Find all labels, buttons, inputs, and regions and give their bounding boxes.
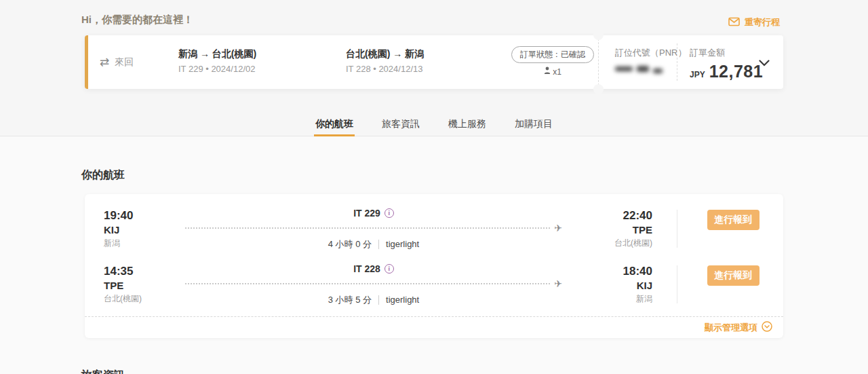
tab-addons[interactable]: 加購項目 bbox=[513, 114, 554, 136]
fare-brand: tigerlight bbox=[386, 295, 419, 305]
flight-row-outbound: 19:40 KIJ 新潟 IT 229 i ✈ 4 小時 0 分 tigerli… bbox=[85, 201, 783, 257]
segment-detail: IT 228 • 2024/12/13 bbox=[346, 64, 424, 74]
redaction-blob bbox=[653, 69, 663, 73]
arrival-city: 新潟 bbox=[581, 293, 652, 305]
flight-number: IT 229 bbox=[353, 208, 380, 219]
segment-return: 台北(桃園) → 新潟 IT 228 • 2024/12/13 bbox=[346, 48, 424, 74]
departure-block: 14:35 TPE 台北(桃園) bbox=[85, 265, 173, 305]
checkin-button[interactable]: 進行報到 bbox=[707, 210, 760, 230]
info-icon[interactable]: i bbox=[384, 264, 394, 274]
booking-summary-bar: ⇄ 來回 新潟 → 台北(桃園) IT 229 • 2024/12/02 台北(… bbox=[85, 35, 783, 89]
airplane-icon: ✈ bbox=[554, 278, 562, 289]
flights-section-title: 你的航班 bbox=[81, 168, 125, 183]
arrival-airport-code: KIJ bbox=[581, 280, 652, 291]
swap-arrows-icon: ⇄ bbox=[100, 55, 109, 69]
departure-block: 19:40 KIJ 新潟 bbox=[85, 209, 173, 249]
section-tabs: 你的航班 旅客資訊 機上服務 加購項目 bbox=[0, 114, 868, 136]
segment-outbound: 新潟 → 台北(桃園) IT 229 • 2024/12/02 bbox=[178, 48, 256, 74]
flight-path-block: IT 229 i ✈ 4 小時 0 分 tigerlight bbox=[173, 208, 581, 250]
redaction-blob bbox=[615, 67, 633, 71]
duration-divider bbox=[378, 240, 379, 249]
resend-itinerary-label: 重寄行程 bbox=[745, 16, 780, 29]
tab-passenger-info[interactable]: 旅客資訊 bbox=[380, 114, 421, 136]
departure-airport-code: KIJ bbox=[104, 224, 173, 236]
duration-divider bbox=[378, 295, 379, 305]
chevron-down-icon[interactable] bbox=[759, 57, 770, 69]
pnr-label: 訂位代號（PNR） bbox=[615, 47, 695, 59]
row-divider bbox=[677, 210, 677, 248]
order-status-block: 訂單狀態：已確認 x1 bbox=[502, 46, 604, 77]
departure-airport-code: TPE bbox=[104, 280, 173, 291]
arrival-city: 台北(桃園) bbox=[581, 238, 652, 249]
arrival-time: 22:40 bbox=[581, 209, 652, 223]
row-divider bbox=[677, 265, 677, 303]
booking-manage-page: Hi，你需要的都在這裡！ 重寄行程 ⇄ 來回 新潟 → 台北(桃園) IT 22… bbox=[0, 0, 868, 374]
status-badge: 訂單狀態：已確認 bbox=[511, 46, 594, 63]
flights-card: 19:40 KIJ 新潟 IT 229 i ✈ 4 小時 0 分 tigerli… bbox=[85, 194, 783, 338]
tab-onboard-services[interactable]: 機上服務 bbox=[447, 114, 488, 136]
passenger-info-section-title: 旅客資訊 bbox=[81, 369, 125, 374]
trip-type-label: 來回 bbox=[115, 56, 134, 69]
envelope-icon bbox=[728, 17, 740, 29]
summary-accent-bar bbox=[85, 35, 88, 89]
flight-dotted-line: ✈ bbox=[185, 278, 562, 289]
fare-brand: tigerlight bbox=[386, 239, 419, 249]
segment-route: 台北(桃園) → 新潟 bbox=[346, 48, 424, 60]
flight-dotted-line: ✈ bbox=[185, 223, 562, 233]
passenger-count: x1 bbox=[502, 67, 604, 77]
flight-row-return: 14:35 TPE 台北(桃園) IT 228 i ✈ 3 小時 5 分 tig… bbox=[85, 257, 783, 312]
show-manage-options-link[interactable]: 顯示管理選項 bbox=[85, 317, 783, 338]
flight-path-block: IT 228 i ✈ 3 小時 5 分 tigerlight bbox=[173, 263, 581, 306]
manage-options-label: 顯示管理選項 bbox=[705, 322, 757, 334]
trip-type: ⇄ 來回 bbox=[100, 35, 134, 89]
passenger-count-label: x1 bbox=[553, 67, 561, 77]
flight-duration: 3 小時 5 分 bbox=[328, 294, 372, 306]
departure-city: 台北(桃園) bbox=[104, 293, 173, 305]
arrival-time: 18:40 bbox=[581, 265, 652, 278]
pnr-value-redacted bbox=[615, 64, 695, 73]
pnr-block: 訂位代號（PNR） bbox=[615, 47, 695, 73]
airplane-icon: ✈ bbox=[554, 223, 562, 233]
summary-divider bbox=[677, 43, 677, 81]
departure-city: 新潟 bbox=[104, 238, 173, 249]
greeting-title: Hi，你需要的都在這裡！ bbox=[81, 14, 193, 26]
circle-chevron-down-icon bbox=[762, 321, 772, 334]
segment-detail: IT 229 • 2024/12/02 bbox=[178, 64, 256, 74]
resend-itinerary-button[interactable]: 重寄行程 bbox=[728, 16, 780, 29]
segment-route: 新潟 → 台北(桃園) bbox=[178, 48, 256, 60]
info-icon[interactable]: i bbox=[384, 208, 394, 218]
amount-label: 訂單金額 bbox=[690, 47, 763, 59]
flight-number: IT 228 bbox=[353, 263, 380, 274]
flight-duration: 4 小時 0 分 bbox=[328, 238, 372, 250]
currency-code: JPY bbox=[690, 70, 705, 79]
ticket-perforation bbox=[598, 35, 599, 89]
arrival-airport-code: TPE bbox=[581, 224, 652, 236]
person-icon bbox=[544, 67, 551, 77]
departure-time: 19:40 bbox=[104, 209, 173, 223]
checkin-button[interactable]: 進行報到 bbox=[707, 265, 760, 286]
tab-your-flights[interactable]: 你的航班 bbox=[314, 114, 355, 136]
departure-time: 14:35 bbox=[104, 265, 173, 278]
arrival-block: 22:40 TPE 台北(桃園) bbox=[581, 209, 652, 249]
redaction-blob bbox=[637, 66, 649, 72]
order-amount-block: 訂單金額 JPY 12,781 bbox=[690, 47, 763, 81]
amount-value: 12,781 bbox=[709, 62, 763, 81]
arrival-block: 18:40 KIJ 新潟 bbox=[581, 265, 652, 305]
